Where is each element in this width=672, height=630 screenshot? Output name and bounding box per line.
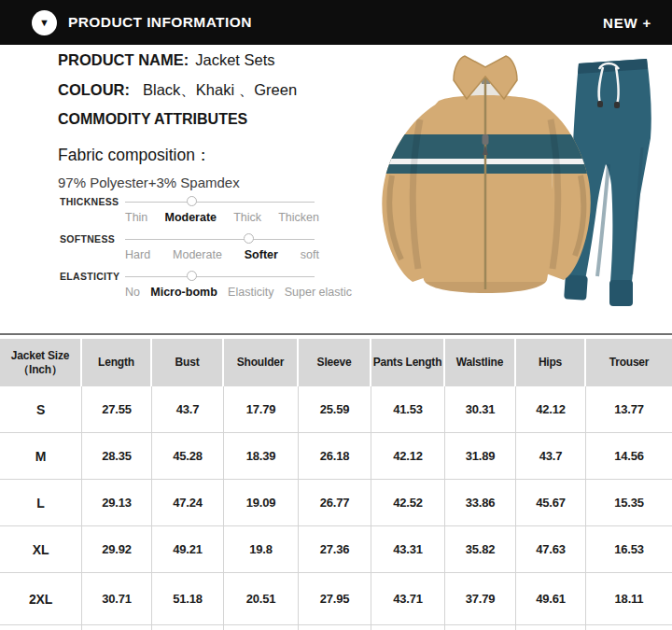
size-cell: 37.79	[445, 573, 516, 625]
empty-cell	[0, 625, 82, 630]
size-cell: 20.51	[224, 573, 299, 625]
attribute-option[interactable]: Hard	[125, 248, 150, 261]
size-cell: 42.12	[516, 386, 586, 433]
attribute-option[interactable]: Thin	[125, 211, 147, 224]
empty-cell	[152, 625, 224, 630]
empty-cell	[224, 625, 299, 630]
attribute-slider-track[interactable]	[125, 239, 315, 240]
size-cell: 13.77	[586, 386, 672, 433]
empty-cell	[299, 625, 371, 630]
size-row-label: 2XL	[0, 573, 82, 625]
triangle-down-icon: ▼	[32, 10, 57, 35]
size-row-label: M	[0, 433, 82, 480]
attribute-option[interactable]: Thick	[233, 211, 261, 224]
size-cell: 29.92	[82, 526, 152, 573]
size-cell: 43.31	[371, 526, 445, 573]
fabric-composition-value: 97% Polyester+3% Spamdex	[58, 175, 375, 190]
size-cell: 27.95	[299, 573, 371, 625]
size-cell: 43.71	[371, 573, 445, 625]
size-cell: 51.18	[152, 573, 224, 625]
size-cell: 15.35	[586, 480, 672, 526]
colour-label: COLOUR:	[58, 81, 130, 99]
size-cell: 19.09	[224, 480, 299, 526]
size-cell: 16.53	[586, 526, 672, 573]
attribute-sliders: THICKNESSThinModerateThickThickenSOFTNES…	[60, 191, 358, 303]
empty-cell	[371, 625, 445, 630]
product-info: PRODUCT NAME: Jacket Sets COLOUR: Black、…	[58, 51, 375, 190]
attribute-name: THICKNESS	[60, 196, 119, 207]
empty-cell	[82, 625, 152, 630]
attribute-options: NoMicro-bombElasticitySuper elastic	[125, 286, 352, 299]
size-cell: 29.13	[82, 480, 152, 526]
size-cell: 43.7	[152, 386, 224, 433]
attribute-option[interactable]: Super elastic	[285, 286, 352, 299]
size-cell: 42.12	[371, 433, 445, 480]
size-row-label: XL	[0, 526, 82, 573]
attribute-name: SOFTNESS	[60, 233, 115, 245]
colour-value: Black、Khaki 、Green	[143, 80, 297, 101]
size-cell: 47.63	[516, 526, 586, 573]
table-column-header: Pants Length	[371, 339, 445, 386]
attribute-slider-knob[interactable]	[187, 271, 197, 281]
attribute-option[interactable]: soft	[301, 248, 319, 261]
size-cell: 26.77	[299, 480, 371, 526]
attribute-option[interactable]: No	[125, 286, 140, 299]
size-cell: 45.67	[516, 480, 586, 526]
attribute-slider-softness: SOFTNESSHardModerateSoftersoft	[60, 229, 358, 266]
table-column-header: Hips	[516, 339, 586, 386]
attribute-slider-track[interactable]	[125, 276, 315, 277]
attribute-slider-elasticity: ELASTICITYNoMicro-bombElasticitySuper el…	[60, 266, 358, 303]
attribute-option[interactable]: Softer	[245, 248, 278, 261]
size-cell: 41.53	[371, 386, 445, 433]
size-cell: 33.86	[445, 480, 516, 526]
attribute-slider-knob[interactable]	[187, 196, 197, 206]
empty-cell	[445, 625, 516, 630]
size-cell: 30.31	[445, 386, 516, 433]
commodity-attributes-heading: COMMODITY ATTRIBUTES	[58, 111, 375, 128]
size-cell: 25.59	[299, 386, 371, 433]
empty-cell	[586, 625, 672, 630]
attribute-option[interactable]: Thicken	[278, 211, 319, 224]
size-row-label: S	[0, 386, 82, 433]
size-cell: 30.71	[82, 573, 152, 625]
size-row-label: L	[0, 480, 82, 526]
size-cell: 43.7	[516, 433, 586, 480]
table-column-header: Bust	[152, 339, 224, 386]
table-top-divider	[0, 333, 672, 335]
size-cell: 45.28	[152, 433, 224, 480]
table-column-header: Walstline	[445, 339, 516, 386]
fabric-composition-label: Fabric composition：	[58, 144, 375, 166]
attribute-options: ThinModerateThickThicken	[125, 211, 319, 224]
attribute-option[interactable]: Elasticity	[228, 286, 273, 299]
size-cell: 49.21	[152, 526, 224, 573]
table-column-header: Length	[82, 339, 152, 386]
attribute-options: HardModerateSoftersoft	[125, 248, 319, 261]
product-photo	[364, 45, 672, 331]
size-cell: 35.82	[445, 526, 516, 573]
attribute-slider-track[interactable]	[125, 202, 315, 203]
attribute-name: ELASTICITY	[60, 271, 119, 282]
size-table: Jacket Size （Inch）LengthBustShoulderSlee…	[0, 339, 672, 630]
size-cell: 49.61	[516, 573, 586, 625]
table-column-header: Jacket Size （Inch）	[0, 339, 82, 386]
attribute-slider-knob[interactable]	[244, 233, 254, 244]
size-cell: 27.36	[299, 526, 371, 573]
table-column-header: Sleeve	[299, 339, 371, 386]
size-cell: 26.18	[299, 433, 371, 480]
table-column-header: Shoulder	[224, 339, 299, 386]
attribute-option[interactable]: Micro-bomb	[150, 286, 217, 299]
section-title: PRODUCT INFORMATION	[68, 14, 252, 31]
section-header-bar: ▼ PRODUCT INFORMATION NEW +	[0, 0, 672, 45]
size-cell: 42.52	[371, 480, 445, 526]
size-cell: 27.55	[82, 386, 152, 433]
attribute-option[interactable]: Moderate	[164, 211, 217, 224]
table-column-header: Trouser	[586, 339, 672, 386]
product-name-label: PRODUCT NAME:	[58, 51, 189, 69]
size-cell: 47.24	[152, 480, 224, 526]
product-name-value: Jacket Sets	[195, 51, 274, 69]
size-cell: 19.8	[224, 526, 299, 573]
new-button[interactable]: NEW +	[603, 15, 651, 31]
size-chart-section: Jacket Size （Inch）LengthBustShoulderSlee…	[0, 333, 672, 630]
size-cell: 18.39	[224, 433, 299, 480]
attribute-option[interactable]: Moderate	[173, 248, 222, 261]
